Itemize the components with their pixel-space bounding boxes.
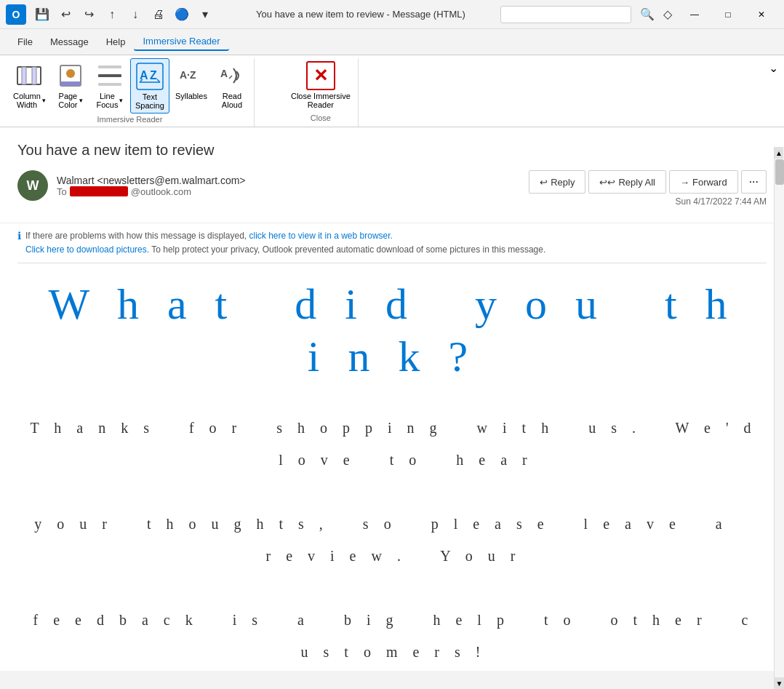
reply-icon: ↩: [540, 177, 548, 188]
svg-rect-6: [98, 65, 121, 68]
line-focus-label: LineFocus ▾: [96, 92, 123, 109]
line-focus-icon: [95, 61, 124, 90]
svg-rect-2: [32, 67, 36, 84]
syllables-icon: A·Z: [177, 61, 206, 90]
reply-button[interactable]: ↩ Reply: [529, 170, 585, 194]
syllables-label: Syllables: [175, 92, 207, 100]
scroll-up-arrow[interactable]: ▲: [775, 147, 783, 159]
scroll-down-arrow[interactable]: ▼: [775, 677, 784, 689]
menu-message[interactable]: Message: [41, 33, 97, 50]
circle-button[interactable]: 🔵: [172, 4, 192, 25]
email-sender: W Walmart <newsletters@em.walmart.com> T…: [17, 170, 246, 201]
more-actions-button[interactable]: ···: [741, 170, 767, 194]
to-label: To: [57, 186, 67, 197]
text-spacing-button[interactable]: A Z TextSpacing: [130, 58, 169, 113]
page-color-button[interactable]: PageColor ▾: [52, 58, 89, 112]
scrollbar-track: ▲ ▼: [774, 147, 784, 689]
close-immersive-icon: ✕: [306, 61, 335, 90]
redo-button[interactable]: ↪: [79, 4, 99, 25]
search-button[interactable]: 🔍: [637, 4, 657, 25]
ribbon-group-close: ✕ Close ImmersiveReader Close: [284, 58, 359, 127]
email-meta: W Walmart <newsletters@em.walmart.com> T…: [17, 170, 767, 207]
close-button[interactable]: ✕: [745, 0, 778, 29]
syllables-button[interactable]: A·Z Syllables: [171, 58, 212, 109]
forward-button[interactable]: → Forward: [669, 170, 738, 194]
text-spacing-icon: A Z: [135, 62, 164, 91]
svg-text:A: A: [220, 68, 228, 79]
column-width-label: ColumnWidth ▾: [13, 92, 46, 109]
close-group-label: Close: [311, 112, 331, 125]
email-header: You have a new item to review W Walmart …: [0, 127, 784, 223]
immersive-reader-group-label: Immersive Reader: [97, 113, 163, 127]
notice-line2: To help protect your privacy, Outlook pr…: [151, 244, 545, 255]
svg-point-5: [66, 69, 75, 78]
column-width-icon: [15, 61, 44, 90]
svg-text:Z: Z: [150, 69, 157, 81]
read-aloud-icon: A: [217, 61, 247, 90]
menu-file[interactable]: File: [9, 33, 41, 50]
sender-name: Walmart <newsletters@em.walmart.com>: [57, 175, 246, 186]
svg-text:A: A: [140, 69, 148, 81]
window-controls: — □ ✕: [678, 0, 778, 29]
maximize-button[interactable]: □: [711, 0, 745, 29]
save-button[interactable]: 💾: [32, 4, 52, 25]
page-color-dropdown: ▾: [79, 97, 83, 104]
reply-all-icon: ↩↩: [599, 177, 615, 188]
sender-avatar: W: [17, 170, 48, 201]
svg-rect-1: [22, 67, 26, 84]
email-body-para: T h a n k s f o r s h o p p i n g w i t …: [29, 412, 755, 668]
read-aloud-button[interactable]: A ReadAloud: [213, 58, 251, 112]
svg-text:A·Z: A·Z: [180, 69, 196, 81]
titlebar: O 💾 ↩ ↪ ↑ ↓ 🖨 🔵 ▾ You have a new item to…: [0, 0, 784, 29]
email-notice: ℹ If there are problems with how this me…: [0, 223, 784, 263]
info-icon: ℹ: [17, 230, 21, 242]
column-width-dropdown: ▾: [42, 97, 46, 104]
column-width-button[interactable]: ColumnWidth ▾: [9, 58, 50, 112]
close-immersive-reader-button[interactable]: ✕ Close ImmersiveReader: [287, 58, 355, 112]
minimize-button[interactable]: —: [678, 0, 711, 29]
page-color-label: PageColor ▾: [58, 92, 82, 109]
sender-to: To @outlook.com: [57, 186, 246, 197]
svg-rect-4: [60, 81, 81, 86]
undo-button[interactable]: ↩: [55, 4, 76, 25]
menu-immersive-reader[interactable]: Immersive Reader: [134, 33, 228, 51]
ribbon-separator: [255, 58, 284, 127]
close-immersive-label: Close ImmersiveReader: [291, 92, 351, 109]
email-body: W h a t d i d y o u t h i n k ? T h a n …: [0, 263, 784, 671]
to-domain: @outlook.com: [131, 186, 191, 197]
window-title: You have a new item to review - Message …: [221, 9, 500, 20]
ribbon-group-immersive: ColumnWidth ▾ PageColor: [6, 58, 255, 127]
line-focus-button[interactable]: LineFocus ▾: [91, 58, 129, 112]
forward-label: Forward: [692, 177, 727, 188]
print-button[interactable]: 🖨: [148, 4, 169, 25]
app-logo: O: [6, 4, 26, 25]
up-button[interactable]: ↑: [102, 4, 122, 25]
menubar: File Message Help Immersive Reader: [0, 29, 784, 55]
ribbon: ColumnWidth ▾ PageColor: [0, 55, 784, 127]
email-actions: ↩ Reply ↩↩ Reply All → Forward ···: [529, 170, 767, 194]
ribbon-content: ColumnWidth ▾ PageColor: [0, 58, 784, 127]
diamond-button[interactable]: ◇: [657, 4, 678, 25]
ribbon-expand-button[interactable]: ⌄: [769, 61, 778, 75]
svg-line-17: [229, 76, 232, 79]
line-focus-dropdown: ▾: [119, 97, 123, 104]
scrollbar-thumb[interactable]: [775, 159, 784, 185]
close-items: ✕ Close ImmersiveReader: [287, 58, 355, 112]
notice-text: If there are problems with how this mess…: [25, 229, 545, 257]
dropdown-button[interactable]: ▾: [195, 4, 215, 25]
svg-rect-8: [98, 83, 121, 86]
reply-label: Reply: [551, 177, 575, 188]
down-button[interactable]: ↓: [125, 4, 145, 25]
search-input[interactable]: [500, 6, 631, 23]
reply-all-label: Reply All: [618, 177, 655, 188]
reply-all-button[interactable]: ↩↩ Reply All: [588, 170, 666, 194]
notice-link2[interactable]: Click here to download pictures.: [25, 244, 149, 255]
menu-help[interactable]: Help: [97, 33, 135, 50]
svg-rect-7: [98, 74, 121, 77]
notice-line1: If there are problems with how this mess…: [25, 231, 249, 241]
read-aloud-label: ReadAloud: [222, 92, 242, 109]
redacted-address: [70, 186, 128, 196]
email-timestamp: Sun 4/17/2022 7:44 AM: [676, 196, 767, 207]
email-container: You have a new item to review W Walmart …: [0, 127, 784, 671]
notice-link1[interactable]: click here to view it in a web browser.: [249, 231, 392, 241]
